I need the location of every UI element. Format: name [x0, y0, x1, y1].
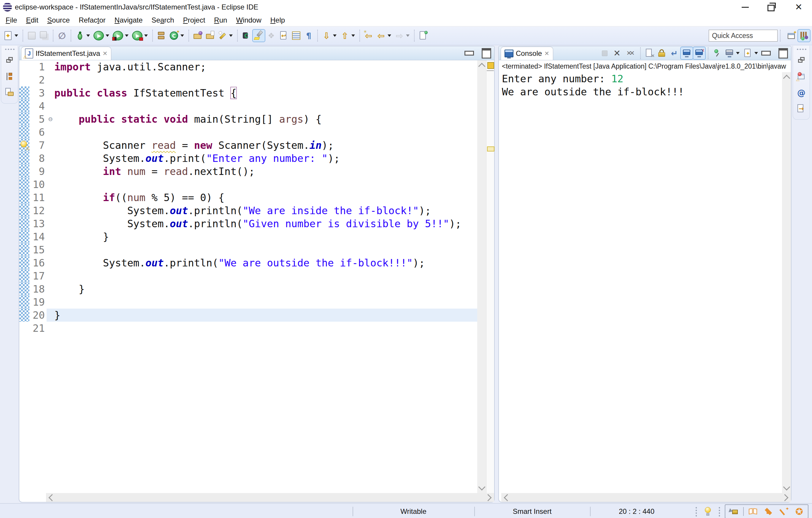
- code-line[interactable]: 4: [19, 100, 477, 113]
- minimize-window-button[interactable]: [732, 0, 759, 14]
- pin-editor-button[interactable]: [417, 30, 429, 42]
- java-perspective-button[interactable]: [798, 30, 810, 42]
- dropdown-arrow-icon[interactable]: [144, 34, 148, 37]
- previous-annotation-button[interactable]: ⇧: [339, 30, 357, 42]
- run-external-tools-button[interactable]: ▶: [131, 30, 150, 42]
- search-button[interactable]: [216, 30, 234, 42]
- restore-right-views-button[interactable]: [795, 55, 807, 66]
- dropdown-arrow-icon[interactable]: [333, 34, 337, 37]
- whats-new-button[interactable]: ✪: [793, 506, 805, 517]
- run-button[interactable]: ▶: [92, 30, 111, 42]
- code-line[interactable]: 11 if((num % 5) == 0) {: [19, 191, 477, 204]
- drag-handle[interactable]: [718, 507, 721, 517]
- dropdown-arrow-icon[interactable]: [754, 52, 758, 54]
- new-java-class-button[interactable]: C: [168, 30, 186, 42]
- code-line[interactable]: 2: [19, 73, 477, 86]
- overview-button[interactable]: [747, 506, 759, 517]
- drag-handle[interactable]: [695, 507, 697, 517]
- declaration-view-button[interactable]: →: [795, 103, 807, 115]
- show-stdout-button[interactable]: [681, 47, 693, 59]
- code-line[interactable]: 20}: [19, 308, 477, 322]
- display-selected-console-button[interactable]: [724, 47, 742, 59]
- dropdown-arrow-icon[interactable]: [406, 34, 410, 37]
- close-tab-icon[interactable]: [544, 50, 549, 57]
- samples-button[interactable]: ✦: [778, 506, 790, 517]
- maximize-editor-button[interactable]: [482, 48, 491, 58]
- code-line[interactable]: 17: [19, 269, 477, 282]
- save-all-button[interactable]: [38, 30, 50, 42]
- menu-edit[interactable]: Edit: [22, 16, 43, 24]
- code-line[interactable]: 1import java.util.Scanner;: [19, 60, 477, 73]
- dropdown-arrow-icon[interactable]: [106, 34, 109, 37]
- code-line[interactable]: 6: [19, 126, 477, 139]
- dropdown-arrow-icon[interactable]: [180, 34, 184, 37]
- restore-window-button[interactable]: [759, 0, 785, 14]
- scroll-up-arrow-icon[interactable]: [478, 63, 485, 70]
- dropdown-arrow-icon[interactable]: [387, 34, 391, 37]
- drag-handle[interactable]: [4, 48, 14, 51]
- close-window-button[interactable]: ✕: [785, 0, 812, 14]
- code-line[interactable]: 5⊖ public static void main(String[] args…: [19, 113, 477, 126]
- overview-warning-marker[interactable]: [487, 146, 494, 152]
- skip-all-breakpoints-button[interactable]: ∅: [56, 30, 68, 42]
- coverage-button[interactable]: ▶: [112, 30, 130, 42]
- close-tab-icon[interactable]: [103, 50, 108, 57]
- editor-tab[interactable]: J IfStatementTest.java: [21, 47, 111, 60]
- menu-project[interactable]: Project: [179, 16, 210, 24]
- drag-handle[interactable]: [796, 48, 806, 51]
- overview-ruler[interactable]: [486, 60, 494, 493]
- menu-file[interactable]: File: [1, 16, 22, 24]
- new-wizard-button[interactable]: ✦: [2, 30, 20, 42]
- code-line[interactable]: 10: [19, 178, 477, 191]
- menu-source[interactable]: Source: [43, 16, 74, 24]
- new-java-package-button[interactable]: [155, 30, 167, 42]
- menu-run[interactable]: Run: [209, 16, 231, 24]
- dropdown-arrow-icon[interactable]: [14, 34, 18, 37]
- code-area[interactable]: 1import java.util.Scanner;23public class…: [19, 60, 477, 493]
- code-line[interactable]: 15: [19, 243, 477, 256]
- restore-left-views-button[interactable]: [4, 55, 16, 66]
- console-vertical-scrollbar[interactable]: [782, 72, 791, 493]
- debug-button[interactable]: [74, 30, 92, 42]
- remove-launch-button[interactable]: ✕: [611, 47, 623, 59]
- open-type-hierarchy-button[interactable]: C: [240, 30, 252, 42]
- overview-warning-status-box[interactable]: [487, 62, 494, 69]
- scroll-lock-button[interactable]: [656, 47, 668, 59]
- open-console-button[interactable]: ✦: [742, 47, 760, 59]
- next-annotation-button[interactable]: ⇩: [321, 30, 338, 42]
- code-line[interactable]: 3public class IfStatementTest {: [19, 86, 477, 100]
- dropdown-arrow-icon[interactable]: [351, 34, 355, 37]
- code-line[interactable]: 21: [19, 322, 477, 335]
- scroll-down-arrow-icon[interactable]: [783, 483, 790, 490]
- menu-window[interactable]: Window: [231, 16, 266, 24]
- code-line[interactable]: 19: [19, 296, 477, 308]
- link-with-editor-button[interactable]: ↩: [278, 30, 290, 42]
- dropdown-arrow-icon[interactable]: [86, 34, 90, 37]
- dropdown-arrow-icon[interactable]: [125, 34, 128, 37]
- problems-view-button[interactable]: ⚠: [795, 71, 807, 83]
- console-horizontal-scrollbar[interactable]: [501, 493, 791, 502]
- last-edit-location-button[interactable]: ⇦: [363, 30, 375, 42]
- open-type-button[interactable]: [192, 30, 204, 42]
- code-line[interactable]: 9 int num = read.nextInt();: [19, 165, 477, 178]
- project-explorer-view-button[interactable]: [4, 87, 16, 99]
- code-line[interactable]: 16 System.out.println("We are outside th…: [19, 256, 477, 269]
- maximize-console-button[interactable]: [779, 48, 788, 58]
- javadoc-view-button[interactable]: @: [795, 87, 807, 99]
- code-line[interactable]: 18 }: [19, 282, 477, 296]
- restore-welcome-button[interactable]: [728, 506, 740, 517]
- back-button[interactable]: ⇦: [375, 30, 393, 42]
- scroll-right-arrow-icon[interactable]: [781, 494, 788, 501]
- clear-console-button[interactable]: ✕: [643, 47, 655, 59]
- terminate-button[interactable]: [599, 47, 610, 59]
- scroll-down-arrow-icon[interactable]: [478, 483, 485, 490]
- scroll-right-arrow-icon[interactable]: [484, 494, 491, 501]
- package-explorer-view-button[interactable]: [4, 71, 16, 83]
- block-selection-button[interactable]: ❖: [265, 30, 277, 42]
- show-stderr-button[interactable]: ✕: [693, 47, 705, 59]
- scroll-left-arrow-icon[interactable]: [48, 494, 56, 501]
- menu-navigate[interactable]: Navigate: [110, 16, 147, 24]
- menu-help[interactable]: Help: [266, 16, 289, 24]
- console-tab[interactable]: Console: [501, 47, 553, 60]
- show-selected-element-button[interactable]: [290, 30, 302, 42]
